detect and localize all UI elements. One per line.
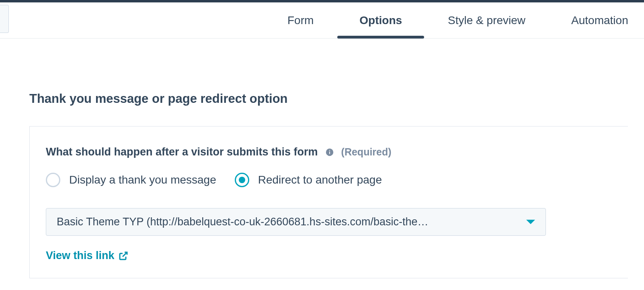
link-label: View this link [46, 249, 115, 262]
field-label-row: What should happen after a visitor submi… [46, 146, 612, 158]
tab-automation[interactable]: Automation [570, 14, 629, 27]
tab-options[interactable]: Options [359, 14, 403, 27]
options-panel: What should happen after a visitor submi… [29, 126, 628, 278]
required-label: (Required) [341, 146, 392, 158]
radio-label: Redirect to another page [258, 174, 382, 186]
radio-display-thank-you[interactable]: Display a thank you message [46, 173, 216, 187]
svg-rect-2 [329, 150, 330, 151]
tab-bar: Form Options Style & preview Automation [0, 2, 644, 39]
select-value: Basic Theme TYP (http://babelquest-co-uk… [57, 216, 428, 228]
radio-redirect-page[interactable]: Redirect to another page [235, 173, 382, 187]
info-icon[interactable] [325, 148, 334, 157]
svg-rect-1 [329, 151, 330, 154]
view-link[interactable]: View this link [46, 249, 128, 262]
main-content: Thank you message or page redirect optio… [0, 39, 644, 290]
radio-row: Display a thank you message Redirect to … [46, 173, 612, 187]
left-handle-box [0, 5, 9, 33]
redirect-page-select[interactable]: Basic Theme TYP (http://babelquest-co-uk… [46, 208, 546, 236]
external-link-icon [119, 251, 128, 261]
radio-label: Display a thank you message [69, 174, 216, 186]
chevron-down-icon [526, 220, 535, 224]
section-title: Thank you message or page redirect optio… [29, 92, 628, 106]
field-label: What should happen after a visitor submi… [46, 146, 318, 158]
tab-style-preview[interactable]: Style & preview [447, 14, 526, 27]
tab-form[interactable]: Form [287, 14, 314, 27]
radio-icon [46, 173, 60, 187]
radio-icon [235, 173, 249, 187]
